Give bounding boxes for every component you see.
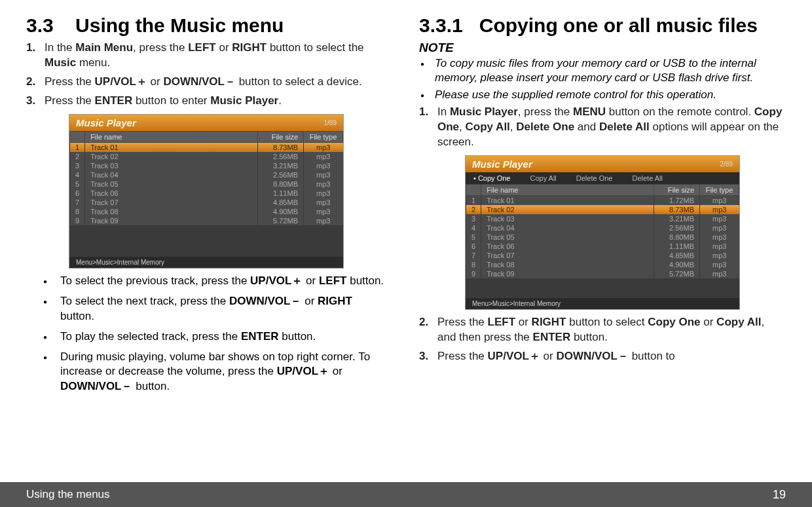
col-filename: File name [481,185,654,196]
table-cell: 8.80MB [654,233,700,242]
bullet-text: button. [133,380,170,392]
step-text: Press the [437,316,488,328]
table-cell: 2.56MB [258,152,304,161]
table-row: 5Track 058.80MBmp3 [70,179,343,189]
table-row: 7Track 074.85MBmp3 [466,251,739,260]
footer-chapter: Using the menus [26,488,110,501]
table-cell: mp3 [304,198,343,207]
table-row: 5Track 058.80MBmp3 [466,233,739,242]
table-cell: 4 [70,170,85,179]
col-filetype: File type [304,131,343,142]
table-cell: Track 02 [85,152,258,161]
table-cell: Track 09 [85,216,258,225]
table-row: 3Track 033.21MBmp3 [70,161,343,170]
music-player-screenshot-1: Music Player 1/89 File name File size Fi… [69,114,344,269]
table-cell: mp3 [700,233,739,242]
menu-option: Delete All [632,174,662,182]
screenshot-counter: 1/89 [324,119,337,126]
table-cell: 2 [466,205,481,214]
bold-term: UP/VOL＋ [488,350,540,362]
table-cell: 5.72MB [258,216,304,225]
bold-term: DOWN/VOL－ [163,75,236,88]
page-footer: Using the menus 19 [0,482,812,507]
table-row: 1Track 011.72MBmp3 [466,196,739,206]
table-cell: 2 [70,152,85,161]
bold-term: Delete One [516,121,574,133]
step-number: 2. [419,315,428,330]
step-text: Press the [45,94,95,107]
table-cell: 3 [466,214,481,223]
table-cell: Track 05 [85,179,258,189]
step-text: or [515,316,532,328]
step-item: 2.Press the UP/VOL＋ or DOWN/VOL－ button … [42,75,386,90]
table-cell: mp3 [304,207,343,216]
numbered-steps: 1.In Music Player, press the MENU button… [419,105,786,150]
table-cell: mp3 [304,189,343,198]
music-player-screenshot-2: Music Player 2/89 Copy OneCopy AllDelete… [465,155,740,310]
step-text: or [540,350,557,362]
bullet-item: To select the previous track, press the … [58,274,386,289]
table-cell: 2.56MB [654,223,700,233]
screenshot-breadcrumb: Menu>Music>Internal Memory [69,257,343,268]
screenshot-container: Music Player 1/89 File name File size Fi… [26,114,386,269]
screenshot-container: Music Player 2/89 Copy OneCopy AllDelete… [419,155,786,310]
step-text: or [147,75,164,88]
table-cell: mp3 [304,179,343,189]
table-cell: mp3 [700,269,739,278]
table-cell: mp3 [304,152,343,161]
table-row: 4Track 042.56MBmp3 [466,223,739,233]
table-cell: Track 01 [481,196,654,206]
screenshot-spacer [69,225,343,257]
table-cell: 5 [70,179,85,189]
col-index [466,185,481,196]
note-heading: NOTE [419,41,786,55]
table-cell: mp3 [700,214,739,223]
bold-term: Music [45,56,76,69]
bold-term: DOWN/VOL－ [229,295,302,307]
table-row: 7Track 074.85MBmp3 [70,198,343,207]
col-filesize: File size [654,185,700,196]
left-column: 3.3 Using the Music menu 1.In the Main M… [0,0,406,482]
table-cell: 8.80MB [258,179,304,189]
step-text: button to enter [132,94,210,107]
col-index [70,131,85,142]
step-item: 2.Press the LEFT or RIGHT button to sele… [435,315,786,345]
bold-term: ENTER [241,330,279,343]
table-cell: Track 04 [481,223,654,233]
bold-term: DOWN/VOL－ [556,350,629,362]
subsection-number: 3.3.1 [419,14,463,37]
table-cell: Track 03 [481,214,654,223]
table-cell: 2.56MB [258,170,304,179]
bold-term: RIGHT [532,316,566,328]
bold-term: Copy All [716,316,761,328]
table-row: 3Track 033.21MBmp3 [466,214,739,223]
bold-term: LEFT [488,316,516,328]
step-text: , press the [518,105,573,118]
step-text: button to select the [267,41,363,54]
step-text: Press the [437,350,488,362]
step-text: menu. [76,56,110,69]
table-cell: 9 [466,269,481,278]
table-cell: 4.85MB [258,198,304,207]
section-number: 3.3 [26,14,54,37]
table-cell: 1.11MB [258,189,304,198]
step-text: button on the remote control. [606,105,754,118]
table-cell: Track 06 [85,189,258,198]
table-cell: mp3 [700,205,739,214]
step-item: 1.In Music Player, press the MENU button… [435,105,786,150]
screenshot-titlebar: Music Player 1/89 [69,115,343,131]
bold-term: LEFT [188,41,216,54]
step-text: button to select [566,316,648,328]
table-cell: 9 [70,216,85,225]
bullet-text: or [329,365,342,377]
section-heading: 3.3 Using the Music menu [26,14,386,37]
table-row: 2Track 028.73MBmp3 [466,205,739,214]
step-text: button to select a device. [236,75,362,88]
table-cell: 8 [70,207,85,216]
table-cell: 7 [466,251,481,260]
bold-term: LEFT [319,274,347,287]
bold-term: Delete All [599,121,650,133]
table-row: 8Track 084.90MBmp3 [466,260,739,269]
screenshot-breadcrumb: Menu>Music>Internal Memory [466,298,739,309]
table-cell: mp3 [304,216,343,225]
